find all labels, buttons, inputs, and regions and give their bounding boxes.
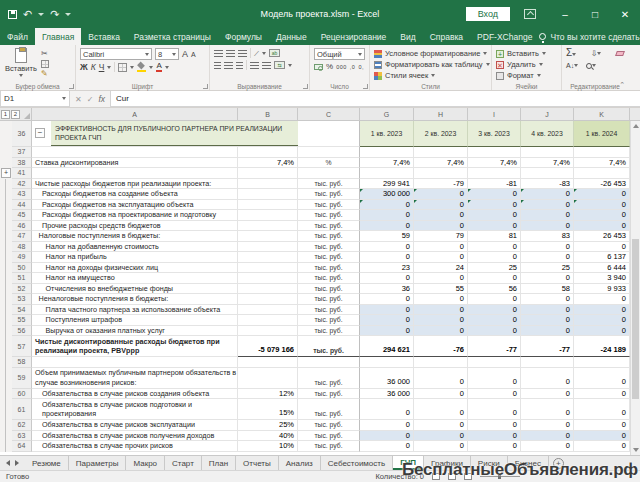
cell-unit[interactable]: тыс. руб. [298,399,360,420]
cell-h62[interactable]: 0 [414,420,468,431]
cell-g63[interactable]: 0 [360,431,414,442]
close-button[interactable]: ✕ [610,0,640,28]
cell-k44[interactable]: 0 [574,200,630,211]
wrap-text-icon[interactable]: ab [269,49,280,57]
styles-item-1[interactable]: Форматировать как таблицу [374,59,487,70]
cell-j37[interactable] [521,147,574,158]
cell-k64[interactable]: 0 [574,441,630,452]
cell-j53[interactable]: 0 [521,294,574,305]
cell-j50[interactable]: 25 [521,263,574,274]
vertical-scrollbar[interactable] [630,121,640,455]
column-header-I[interactable]: I [468,108,521,120]
number-dialog-launcher-icon[interactable] [363,84,368,89]
row-header-48[interactable]: 48 [12,242,32,253]
font-dialog-launcher-icon[interactable] [203,84,208,89]
cell-i43[interactable]: 0 [468,189,521,200]
sheet-tab-Отчеты[interactable]: Отчеты [236,456,279,470]
cell-label[interactable]: Обязательства в случае рисков эксплуатац… [32,420,238,431]
cell-k38[interactable]: 7,4% [574,158,630,169]
cell-g58[interactable] [360,357,414,368]
row-header-38[interactable]: 38 [12,158,32,169]
cell-b[interactable] [238,263,298,274]
comma-style-icon[interactable]: 000 [336,64,347,70]
menu-tab-Главная[interactable]: Главная [35,28,81,45]
cell-label[interactable] [32,357,238,368]
menu-tab-Данные[interactable]: Данные [269,28,314,45]
row-header-63[interactable]: 63 [12,431,32,442]
cell-h43[interactable]: 0 [414,189,468,200]
cell-unit[interactable]: тыс. руб. [298,368,360,389]
increase-font-icon[interactable]: А [182,50,188,59]
cell-unit[interactable]: тыс. руб. [298,315,360,326]
menu-tab-Файл[interactable]: Файл [0,28,35,45]
scroll-up-icon[interactable] [633,124,639,128]
cell-label[interactable] [32,147,238,158]
cell-i62[interactable]: 0 [468,420,521,431]
menu-tab-Справка[interactable]: Справка [423,28,470,45]
cell-b[interactable] [238,168,298,179]
row-header-49[interactable]: 49 [12,252,32,263]
cell-g37[interactable] [360,147,414,158]
cell-g43[interactable]: 300 000 [360,189,414,200]
cell-unit[interactable]: тыс. руб. [298,326,360,337]
cell-k42[interactable]: -26 453 [574,179,630,190]
cell-h58[interactable] [414,357,468,368]
increase-indent-icon[interactable] [262,62,271,69]
cell-label[interactable]: Налог на доходы физических лиц [32,263,238,274]
cell-h49[interactable]: 0 [414,252,468,263]
cell-j54[interactable]: 0 [521,305,574,316]
cell-unit[interactable]: тыс. руб. [298,210,360,221]
cell-k37[interactable] [574,147,630,158]
menu-tab-Формулы[interactable]: Формулы [218,28,269,45]
cell-g56[interactable]: 0 [360,326,414,337]
cell-g46[interactable]: 0 [360,221,414,232]
cell-b[interactable] [238,231,298,242]
cell-i47[interactable]: 81 [468,231,521,242]
cell-b[interactable]: 10% [238,441,298,452]
cell-k63[interactable]: 0 [574,431,630,442]
ribbon-display-options-icon[interactable] [524,9,536,19]
cell-unit[interactable] [298,168,360,179]
cell-i50[interactable]: 25 [468,263,521,274]
cell-g59[interactable]: 36 000 [360,368,414,389]
cell-k52[interactable]: 9 933 [574,284,630,295]
cell-h59[interactable]: 0 [414,368,468,389]
number-format-select[interactable]: Общий [314,48,365,60]
row-header-55[interactable]: 55 [12,315,32,326]
row-header-58[interactable]: 58 [12,357,32,368]
cell-label[interactable]: Расходы бюджетов на создание объекта [32,189,238,200]
cell-h53[interactable]: 0 [414,294,468,305]
borders-caret-icon[interactable] [130,66,134,69]
sheet-tab-Параметры[interactable]: Параметры [69,456,127,470]
cell-g62[interactable]: 0 [360,420,414,431]
cell-j59[interactable]: 0 [521,368,574,389]
cell-g38[interactable]: 7,4% [360,158,414,169]
cell-unit[interactable]: тыс. руб. [298,294,360,305]
collapse-group-button[interactable]: − [35,128,45,138]
select-all-icon[interactable] [24,113,30,119]
sheet-tab-Резюме[interactable]: Резюме [25,456,69,470]
row-header-57[interactable]: 57 [12,336,32,357]
cell-j38[interactable]: 7,4% [521,158,574,169]
cell-g49[interactable]: 0 [360,252,414,263]
cell-label[interactable]: Расходы бюджетов на эксплуатацию объекта [32,200,238,211]
cell-i41[interactable] [468,168,521,179]
cells-item-2[interactable]: Формат [496,70,557,81]
cell-i56[interactable]: 0 [468,326,521,337]
cell-k57[interactable]: -24 189 [574,336,630,357]
bold-button[interactable]: Ж [80,63,88,72]
cell-g44[interactable]: 0 [360,200,414,211]
fill-down-icon[interactable]: ⇩ [591,49,598,58]
cell-i45[interactable]: 0 [468,210,521,221]
cell-j43[interactable]: 0 [521,189,574,200]
cell-h44[interactable]: 0 [414,200,468,211]
cell-h37[interactable] [414,147,468,158]
cell-j51[interactable]: 0 [521,273,574,284]
cell-k55[interactable]: 0 [574,315,630,326]
cell-h46[interactable]: 0 [414,221,468,232]
cell-j60[interactable]: 0 [521,389,574,400]
menu-tab-Рецензирование[interactable]: Рецензирование [314,28,394,45]
cell-g50[interactable]: 23 [360,263,414,274]
cell-unit[interactable]: тыс. руб. [298,284,360,295]
cell-h64[interactable]: 0 [414,441,468,452]
